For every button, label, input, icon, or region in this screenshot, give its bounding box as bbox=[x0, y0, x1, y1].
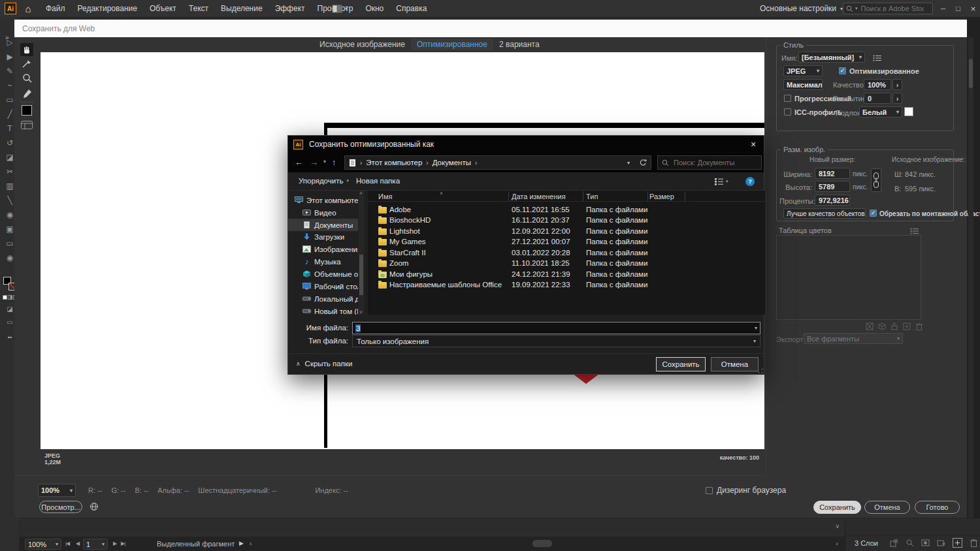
file-row[interactable]: Настраиваемые шаблоны Office 19.09.2021 … bbox=[368, 280, 765, 291]
clip-to-artboard-checkbox[interactable]: ✓ bbox=[870, 210, 877, 217]
forward-icon[interactable]: → bbox=[310, 157, 318, 167]
matte-color-swatch[interactable] bbox=[904, 107, 913, 116]
address-dropdown-icon[interactable]: ▾ bbox=[627, 160, 630, 166]
file-row[interactable]: My Games 27.12.2021 00:07 Папка с файлам… bbox=[368, 237, 765, 247]
resize-grip[interactable] bbox=[758, 368, 763, 373]
websafe-cube-icon[interactable] bbox=[878, 323, 886, 330]
format-select[interactable]: JPEG ▾ bbox=[783, 65, 823, 76]
sidebar-item-pictures[interactable]: Изображения bbox=[288, 243, 358, 255]
dialog-cancel-button[interactable]: Отмена bbox=[711, 357, 759, 371]
column-name[interactable]: Имя bbox=[378, 193, 392, 200]
dialog-search-input[interactable] bbox=[672, 158, 754, 167]
breadcrumb[interactable]: › Этот компьютер › Документы › ▾ bbox=[344, 155, 651, 170]
sidebar-item-downloads[interactable]: Загрузки bbox=[288, 230, 358, 243]
blur-stepper[interactable]: › bbox=[892, 93, 902, 104]
percent-input[interactable]: 972,9216 bbox=[815, 195, 850, 206]
breadcrumb-this-pc[interactable]: Этот компьютер bbox=[366, 159, 422, 166]
sidebar-item-videos[interactable]: Видео bbox=[288, 206, 358, 219]
browser-globe-icon[interactable] bbox=[90, 502, 99, 511]
locate-object-icon[interactable] bbox=[906, 539, 914, 547]
sidebar-scrollbar-thumb[interactable] bbox=[359, 255, 363, 295]
refresh-icon[interactable] bbox=[639, 159, 647, 166]
map-transparency-icon[interactable] bbox=[866, 323, 874, 330]
organize-menu[interactable]: Упорядочить ▾ bbox=[299, 177, 349, 185]
save-for-web-titlebar[interactable]: Сохранить для Web bbox=[14, 20, 967, 37]
file-row[interactable]: BioshockHD 16.11.2021 20:37 Папка с файл… bbox=[368, 215, 765, 226]
file-row[interactable]: Adobe 05.11.2021 16:55 Папка с файлами bbox=[368, 205, 765, 215]
hand-tool-button[interactable] bbox=[20, 43, 33, 56]
blur-input[interactable]: 0 bbox=[864, 93, 891, 104]
new-folder-button[interactable]: Новая папка bbox=[356, 177, 400, 185]
preview-in-browser-button[interactable]: Просмотр... bbox=[39, 501, 82, 513]
icc-profile-checkbox[interactable] bbox=[784, 108, 791, 116]
view-mode-button[interactable]: ▾ bbox=[714, 178, 728, 185]
last-artboard-icon[interactable]: ▶| bbox=[121, 541, 125, 546]
add-color-icon[interactable] bbox=[903, 323, 911, 330]
close-button[interactable]: × bbox=[966, 0, 980, 17]
new-sublayer-icon[interactable] bbox=[937, 539, 945, 547]
statusbar-play-icon[interactable]: ▶ bbox=[239, 540, 244, 546]
artboard-number-select[interactable]: 1 ▾ bbox=[83, 539, 108, 550]
constrain-proportions-toggle[interactable] bbox=[871, 168, 881, 192]
sidebar-item-desktop[interactable]: Рабочий стол bbox=[288, 280, 358, 292]
minimize-button[interactable]: ─ bbox=[936, 0, 951, 17]
column-divider[interactable] bbox=[647, 191, 648, 201]
dialog-search-box[interactable] bbox=[657, 155, 762, 170]
column-divider[interactable] bbox=[685, 191, 685, 201]
menu-type[interactable]: Текст bbox=[189, 4, 208, 13]
workspace-switcher[interactable]: Основные настройки ▾ bbox=[760, 0, 843, 17]
column-type[interactable]: Тип bbox=[586, 193, 598, 200]
compression-select[interactable]: Максимал... ▾ bbox=[783, 79, 823, 90]
column-divider[interactable] bbox=[508, 191, 509, 201]
file-row[interactable]: Lightshot 12.09.2021 22:00 Папка с файла… bbox=[368, 227, 765, 237]
help-button[interactable]: ? bbox=[745, 177, 755, 186]
statusbar-expand-icon[interactable]: ‹ bbox=[250, 539, 252, 547]
menu-edit[interactable]: Редактирование bbox=[78, 4, 137, 13]
scroll-up-icon[interactable]: ∧ bbox=[359, 191, 363, 196]
illustrator-logo[interactable]: Ai bbox=[5, 3, 16, 14]
tab-2up[interactable]: 2 варианта bbox=[493, 39, 546, 50]
column-date[interactable]: Дата изменения bbox=[512, 193, 566, 200]
statusbar-zoom-select[interactable]: 100% ▾ bbox=[25, 539, 61, 550]
scroll-down-icon[interactable]: ∨ bbox=[835, 523, 840, 529]
tab-optimized[interactable]: Оптимизированное bbox=[411, 39, 493, 50]
file-row[interactable]: StarCraft II 03.01.2022 20:28 Папка с фа… bbox=[368, 248, 765, 259]
panel-scrollbar-thumb[interactable] bbox=[969, 59, 973, 88]
delete-layer-icon[interactable] bbox=[970, 539, 978, 547]
column-divider[interactable] bbox=[583, 191, 583, 201]
new-layer-icon[interactable] bbox=[953, 538, 962, 548]
menu-object[interactable]: Объект bbox=[150, 4, 176, 13]
eyedropper-tool-button[interactable] bbox=[22, 88, 33, 99]
sidebar-item-music[interactable]: ♪ Музыка bbox=[288, 255, 358, 268]
sidebar-item-this-pc[interactable]: Этот компьютер bbox=[288, 194, 358, 206]
delete-color-icon[interactable] bbox=[915, 323, 923, 330]
zoom-tool-button[interactable] bbox=[22, 73, 33, 84]
height-input[interactable]: 5789 bbox=[815, 181, 850, 192]
horizontal-scrollbar-thumb[interactable] bbox=[532, 540, 552, 547]
sidebar-item-new-volume[interactable]: Новый том (D:) bbox=[288, 305, 358, 315]
recent-locations-icon[interactable]: ▾ bbox=[323, 159, 326, 165]
sidebar-item-local-disk[interactable]: Локальный дис bbox=[288, 292, 358, 305]
zoom-level-select[interactable]: 100% ▾ bbox=[38, 484, 76, 497]
panel-scrollbar[interactable] bbox=[968, 37, 973, 518]
tab-original[interactable]: Исходное изображение bbox=[314, 39, 411, 50]
stock-search-input[interactable] bbox=[860, 4, 925, 13]
dialog-save-button[interactable]: Сохранить bbox=[656, 357, 706, 371]
column-size[interactable]: Размер bbox=[649, 193, 674, 200]
color-mode-gradient[interactable] bbox=[8, 295, 12, 300]
lock-color-icon[interactable] bbox=[890, 323, 898, 330]
sidebar-item-3d-objects[interactable]: Объемные объ bbox=[288, 268, 358, 280]
quality-mode-select[interactable]: Лучше качество объектов ▾ bbox=[783, 208, 866, 219]
first-artboard-icon[interactable]: |◀ bbox=[65, 541, 69, 546]
file-row[interactable]: Zoom 11.10.2021 18:25 Папка с файлами bbox=[368, 259, 765, 269]
dialog-titlebar[interactable]: Ai Сохранить оптимизированный как × bbox=[288, 136, 764, 153]
color-mode-white[interactable] bbox=[3, 295, 7, 300]
up-icon[interactable]: ↑ bbox=[332, 157, 336, 167]
next-artboard-icon[interactable]: ▶ bbox=[113, 541, 117, 546]
menu-select[interactable]: Выделение bbox=[221, 4, 263, 13]
optimized-checkbox[interactable]: ✓ bbox=[839, 67, 846, 74]
menu-file[interactable]: Файл bbox=[46, 4, 65, 13]
scroll-down-icon[interactable]: ∨ bbox=[359, 309, 363, 315]
prev-artboard-icon[interactable]: ◀ bbox=[76, 541, 80, 546]
preset-name-select[interactable]: [Безымянный] ▾ bbox=[798, 52, 865, 63]
